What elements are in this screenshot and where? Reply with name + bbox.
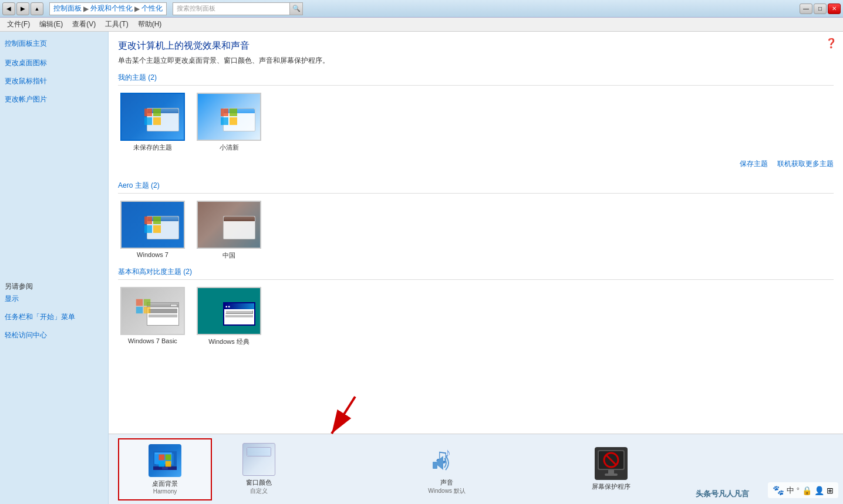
search-placeholder: 搜索控制面板 xyxy=(177,4,215,13)
bottom-item-window-color[interactable]: 窗口颜色 自定义 xyxy=(212,438,306,500)
sidebar-display[interactable]: 显示 xyxy=(5,293,19,304)
maximize-button[interactable]: □ xyxy=(814,4,827,14)
svg-rect-5 xyxy=(230,109,237,116)
search-input[interactable]: 搜索控制面板 xyxy=(173,2,290,15)
svg-rect-8 xyxy=(144,217,152,224)
screensaver-svg xyxy=(595,448,627,479)
search-button[interactable]: 🔍 xyxy=(290,2,303,15)
win-logo-qingxin xyxy=(220,107,238,126)
svg-rect-30 xyxy=(433,462,437,469)
sound-preview: ♫ ♪ xyxy=(430,443,463,476)
win-logo-basic xyxy=(135,298,151,314)
bottom-item-screensaver[interactable]: 屏幕保护程序 xyxy=(564,442,658,496)
svg-rect-27 xyxy=(166,461,171,466)
menu-help[interactable]: 帮助(H) xyxy=(133,18,167,31)
svg-rect-4 xyxy=(221,109,228,116)
bottom-item-sound[interactable]: ♫ ♪ 声音 Windows 默认 xyxy=(400,438,494,500)
svg-rect-26 xyxy=(159,461,165,466)
sidebar-change-desktop-icons[interactable]: 更改桌面图标 xyxy=(5,57,47,68)
window-color-top-label: 窗口颜色 xyxy=(246,478,272,487)
svg-rect-3 xyxy=(153,117,161,125)
up-button[interactable]: ▲ xyxy=(31,2,43,15)
menu-bar: 文件(F) 编辑(E) 查看(V) 工具(T) 帮助(H) xyxy=(0,18,843,32)
color-preview xyxy=(242,443,275,476)
theme-china[interactable]: 中国 xyxy=(194,198,264,262)
theme-label-win7: Windows 7 xyxy=(137,251,168,258)
preview-inner-unsaved xyxy=(122,94,184,140)
preview-classic-titlebar: ■ ■ xyxy=(224,303,254,309)
taskbar-icon-lock[interactable]: 🔒 xyxy=(802,486,812,495)
svg-rect-15 xyxy=(144,307,150,313)
basic-themes-title: 基本和高对比度主题 (2) xyxy=(118,267,834,280)
back-button[interactable]: ◀ xyxy=(2,2,15,15)
svg-rect-0 xyxy=(144,109,152,116)
bottom-item-desktop-bg[interactable]: 桌面背景 Harmony xyxy=(118,438,212,500)
preview-inner-qingxin xyxy=(198,94,260,140)
address-sep-1: ▶ xyxy=(83,5,89,13)
sidebar-control-panel-home[interactable]: 控制面板主页 xyxy=(5,38,103,50)
menu-view[interactable]: 查看(V) xyxy=(68,18,100,31)
aero-themes-title: Aero 主题 (2) xyxy=(118,181,834,194)
theme-preview-qingxin xyxy=(197,93,261,141)
preview-classic-bar xyxy=(225,310,253,314)
sidebar-also-section: 另请参阅 显示 任务栏和「开始」菜单 轻松访问中心 xyxy=(5,272,103,340)
desktop-bg-icon xyxy=(149,444,181,477)
sidebar-accessibility[interactable]: 轻松访问中心 xyxy=(5,330,47,340)
taskbar-icon-dot[interactable]: ° xyxy=(797,486,800,495)
forward-button[interactable]: ▶ xyxy=(16,2,29,15)
my-themes-title: 我的主题 (2) xyxy=(118,73,834,86)
theme-preview-classic: ■ ■ xyxy=(197,287,261,335)
title-bar: ◀ ▶ ▲ 控制面板 ▶ 外观和个性化 ▶ 个性化 搜索控制面板 🔍 — □ ✕ xyxy=(0,0,843,18)
svg-rect-10 xyxy=(144,225,152,233)
close-button[interactable]: ✕ xyxy=(828,4,841,14)
preview-basic-bar2 xyxy=(149,314,177,317)
preview-titlebar-china xyxy=(224,217,255,221)
svg-rect-25 xyxy=(166,454,171,460)
svg-rect-7 xyxy=(230,117,237,125)
title-bar-left: ◀ ▶ ▲ 控制面板 ▶ 外观和个性化 ▶ 个性化 搜索控制面板 🔍 xyxy=(2,2,303,15)
theme-preview-win7 xyxy=(120,201,185,249)
online-theme-link[interactable]: 联机获取更多主题 xyxy=(777,159,834,169)
page-subtitle: 单击某个主题立即更改桌面背景、窗口颜色、声音和屏幕保护程序。 xyxy=(118,56,834,66)
address-part-1[interactable]: 控制面板 xyxy=(53,4,82,13)
my-themes-section: 我的主题 (2) xyxy=(118,73,834,174)
theme-win7[interactable]: Windows 7 xyxy=(118,198,187,262)
menu-edit[interactable]: 编辑(E) xyxy=(35,18,68,31)
minimize-button[interactable]: — xyxy=(800,4,812,14)
taskbar-icon-user[interactable]: 👤 xyxy=(814,486,824,495)
sidebar-change-mouse-pointer[interactable]: 更改鼠标指针 xyxy=(5,76,47,86)
theme-classic[interactable]: ■ ■ Windows 经典 xyxy=(194,285,264,349)
help-icon[interactable]: ❓ xyxy=(825,38,837,49)
theme-label-classic: Windows 经典 xyxy=(208,337,249,346)
save-theme-link[interactable]: 保存主题 xyxy=(740,159,768,169)
sidebar-taskbar[interactable]: 任务栏和「开始」菜单 xyxy=(5,312,75,322)
screensaver-preview xyxy=(595,447,628,480)
svg-rect-9 xyxy=(153,217,161,224)
address-part-2[interactable]: 外观和个性化 xyxy=(90,4,133,13)
menu-tools[interactable]: 工具(T) xyxy=(100,18,133,31)
watermark: 头条号凡人凡言 xyxy=(696,489,749,499)
svg-rect-6 xyxy=(221,117,228,125)
menu-file[interactable]: 文件(F) xyxy=(2,18,35,31)
taskbar-icon-grid[interactable]: ⊞ xyxy=(827,486,834,495)
desktop-bg-preview xyxy=(149,444,181,477)
svg-rect-14 xyxy=(136,307,143,313)
taskbar-icon-paw[interactable]: 🐾 xyxy=(773,485,784,496)
sound-bottom-label: Windows 默认 xyxy=(428,487,465,495)
sidebar-change-account-picture[interactable]: 更改帐户图片 xyxy=(5,94,47,104)
theme-win7basic[interactable]: Windows 7 Basic xyxy=(118,285,187,349)
color-window-title xyxy=(247,448,271,456)
win-logo-unsaved xyxy=(143,107,162,126)
taskbar-icons: 🐾 中 ° 🔒 👤 ⊞ xyxy=(768,482,838,498)
address-bar[interactable]: 控制面板 ▶ 外观和个性化 ▶ 个性化 xyxy=(49,2,167,15)
sidebar: 控制面板主页 更改桌面图标 更改鼠标指针 更改帐户图片 另请参阅 显示 任务栏和… xyxy=(0,32,109,504)
theme-label-win7basic: Windows 7 Basic xyxy=(128,337,177,344)
preview-inner-china xyxy=(198,202,260,248)
theme-unsaved[interactable]: 未保存的主题 xyxy=(118,90,187,154)
preview-basic-icon xyxy=(170,304,177,307)
preview-classic-title-text: ■ ■ xyxy=(225,305,230,308)
theme-qingxin[interactable]: 小清新 xyxy=(194,90,264,154)
taskbar-icon-zh[interactable]: 中 xyxy=(787,485,794,496)
address-part-3[interactable]: 个性化 xyxy=(141,4,163,13)
preview-basic-bar xyxy=(149,309,177,313)
